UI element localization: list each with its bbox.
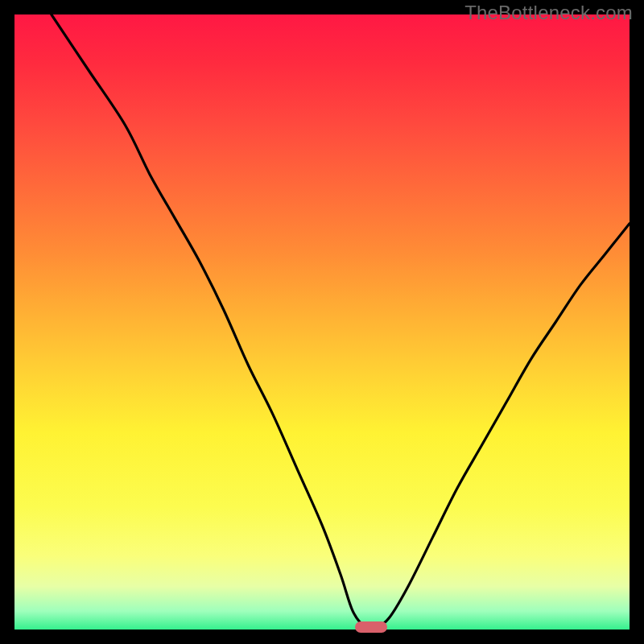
chart-plot-area (14, 14, 630, 630)
optimal-marker (355, 621, 387, 633)
chart-frame: TheBottleneck.com (0, 0, 644, 644)
bottleneck-curve (14, 14, 630, 630)
watermark-label: TheBottleneck.com (464, 2, 633, 24)
